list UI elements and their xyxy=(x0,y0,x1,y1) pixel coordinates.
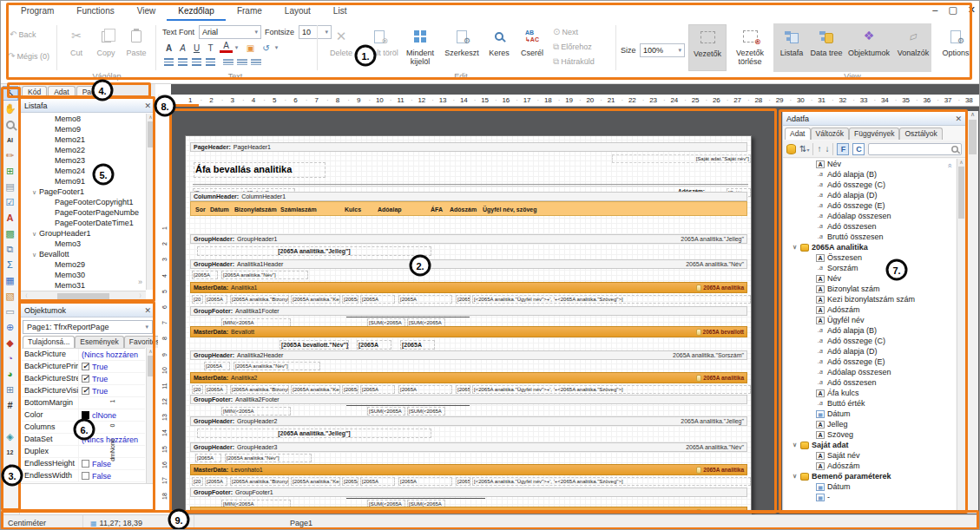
report-band[interactable]: GroupHeader: Analitika1Header 2065A anal… xyxy=(190,259,747,280)
data-field-item[interactable]: ∨Bemenő paraméterek xyxy=(784,471,956,481)
ribbon-tab[interactable]: Program xyxy=(10,3,65,21)
report-memo[interactable]: Adószám xyxy=(449,206,478,213)
chart-object-icon[interactable] xyxy=(3,414,18,429)
tree-item[interactable]: PageFooterDateTime1 xyxy=(22,218,145,228)
report-band[interactable]: GroupHeader: Analitika2Header 2065A anal… xyxy=(190,350,747,371)
gauge-object-icon[interactable]: ◔ xyxy=(3,351,18,366)
move-up-icon[interactable]: ↑ xyxy=(817,145,821,154)
tree-item[interactable]: Memo3 xyxy=(22,239,145,249)
report-memo[interactable]: [2065A xyxy=(205,295,227,304)
report-memo[interactable]: [2065A analitika."Név"] xyxy=(221,271,308,279)
chevron-more-icon[interactable]: » xyxy=(138,278,142,286)
band-object-icon[interactable]: ▤ xyxy=(3,180,18,194)
database-icon[interactable] xyxy=(786,144,796,154)
report-memo[interactable]: [2065A xyxy=(456,477,470,486)
restore-button[interactable]: ▢ xyxy=(948,4,957,16)
align-middle-button[interactable] xyxy=(237,59,247,65)
data-field-item[interactable]: Kezi bizonylatszám szám xyxy=(784,294,956,304)
data-field-item[interactable]: Összesen xyxy=(784,252,956,263)
classes-filter-button[interactable]: C xyxy=(852,143,865,155)
search-input[interactable] xyxy=(868,143,962,155)
tree-item[interactable]: ∨Bevallott xyxy=(22,249,145,259)
guides-button[interactable]: Vezetők xyxy=(688,24,727,71)
find-button[interactable]: Keres xyxy=(483,24,515,71)
report-tree-button[interactable]: Listafa xyxy=(775,24,808,71)
tree-item[interactable]: ∨GroupHeader1 xyxy=(22,228,145,239)
rulers-button[interactable]: ▱Vonalzók xyxy=(895,24,931,71)
report-memo[interactable]: [2065A analitika."Jelleg"] xyxy=(197,429,431,438)
report-band[interactable]: GroupFooter: GroupFooter1 [MIN(<2065A[SU… xyxy=(190,487,747,507)
align-top-button[interactable] xyxy=(223,59,233,65)
ribbon-tab[interactable]: Kezdőlap xyxy=(167,3,226,21)
report-band[interactable]: GroupHeader: GroupHeader3 2065A analitik… xyxy=(190,442,747,462)
vertical-scrollbar[interactable]: ∧ xyxy=(957,159,965,512)
delete-button[interactable]: ✕Delete xyxy=(324,24,358,71)
tree-item[interactable]: Memo22 xyxy=(22,145,145,155)
picture-object-icon[interactable]: ▩ xyxy=(3,226,18,241)
data-field-item[interactable]: Saját név xyxy=(784,450,956,461)
data-tree-tab[interactable]: Osztályok xyxy=(899,128,942,140)
ribbon-tab[interactable]: Functions xyxy=(65,3,125,21)
report-memo[interactable]: [2065A analitika."Kezi xyxy=(291,477,340,486)
report-memo[interactable]: [2065A xyxy=(398,295,452,304)
table-object-icon[interactable]: ▦ xyxy=(3,273,18,288)
tree-item[interactable]: Memo24 xyxy=(22,166,145,176)
web-object-icon[interactable]: ⊕ xyxy=(3,320,18,335)
tree-item[interactable]: Memo31 xyxy=(22,280,145,290)
data-field-item[interactable]: Adó alapja (D) xyxy=(784,190,956,200)
report-memo[interactable]: [2065A xyxy=(360,295,395,304)
ribbon-tab[interactable]: Layout xyxy=(273,3,322,21)
strike-button[interactable]: T xyxy=(204,42,217,54)
property-row[interactable]: BottomMargin 1 xyxy=(22,397,145,409)
text-a-object-icon[interactable]: A xyxy=(3,211,18,226)
sum-object-icon[interactable]: Σ xyxy=(3,258,18,272)
data-field-item[interactable]: Név xyxy=(784,273,956,284)
data-field-item[interactable]: Adószám xyxy=(784,304,956,315)
tree-item[interactable]: Memo23 xyxy=(22,155,145,166)
report-memo[interactable]: [SUM(<2065A xyxy=(367,407,405,415)
data-field-item[interactable]: Jelleg xyxy=(784,419,956,429)
back-button[interactable]: ↶Back xyxy=(10,29,36,39)
clear-guides-button[interactable]: ⊗Vezetők törlése xyxy=(730,24,770,71)
report-memo[interactable]: [Saját adat."Saját név"] xyxy=(612,154,751,163)
report-memo[interactable]: [2065A analitika."Név"] xyxy=(225,454,312,462)
copy-button[interactable]: Copy xyxy=(91,24,121,71)
report-memo[interactable]: [2065A xyxy=(205,477,227,486)
magnifier-tool-icon[interactable] xyxy=(3,117,18,132)
report-memo[interactable]: [2065A xyxy=(398,477,452,486)
crosstab-object-icon[interactable]: ▧ xyxy=(3,289,18,304)
data-field-item[interactable]: Áfa kulcs xyxy=(784,388,956,398)
report-memo[interactable]: Adóalap xyxy=(377,206,404,213)
data-field-item[interactable]: Név xyxy=(784,159,956,169)
tree-item[interactable]: PageFooterCopyright1 xyxy=(22,197,145,207)
property-row[interactable]: Duplex dmNone xyxy=(22,446,145,458)
vertical-scrollbar[interactable]: ∧ xyxy=(146,348,155,483)
data-field-item[interactable]: Adó összege (C) xyxy=(784,180,956,190)
dial-object-icon[interactable]: ◕ xyxy=(3,367,18,382)
ribbon-tab[interactable]: View xyxy=(126,3,168,21)
report-memo[interactable]: [20 xyxy=(192,477,203,486)
underline-button[interactable]: U xyxy=(190,42,203,54)
report-memo[interactable]: [2065A xyxy=(400,340,435,350)
map-object-icon[interactable]: ◈ xyxy=(3,429,18,444)
report-memo[interactable]: [<2065A analitika."Ügyfél név">+', '+<20… xyxy=(472,477,751,486)
next-button[interactable]: ⊙Next xyxy=(553,27,578,36)
report-memo[interactable]: [<2065A analitika."Ügyfél név">+', '+<20… xyxy=(472,295,751,304)
subreport-object-icon[interactable]: ▭ xyxy=(3,304,18,319)
data-tree-tab[interactable]: Adat xyxy=(785,128,811,140)
options-button[interactable]: ⚙Options xyxy=(937,24,975,71)
data-field-item[interactable]: - xyxy=(784,492,956,502)
matrix-object-icon[interactable]: # xyxy=(3,398,18,413)
property-row[interactable]: EndlessHeight False xyxy=(22,458,145,470)
ribbon-tab[interactable]: List xyxy=(322,3,358,21)
pages-object-icon[interactable]: ⧉ xyxy=(3,242,18,257)
data-field-item[interactable]: Adó összesen xyxy=(784,377,956,388)
pdf-object-icon[interactable]: ◆ xyxy=(3,336,18,350)
checkbox-object-icon[interactable]: ☑ xyxy=(3,195,18,210)
ribbon-tab[interactable]: Frame xyxy=(226,3,273,21)
report-page[interactable]: PageHeader: PageHeader1 Áfa bevallás ana… xyxy=(185,135,752,514)
close-icon[interactable]: ✕ xyxy=(144,101,151,110)
report-memo[interactable]: [20 xyxy=(192,295,203,304)
page-tab[interactable]: Page1 xyxy=(194,515,319,530)
close-icon[interactable]: ✕ xyxy=(955,115,962,123)
